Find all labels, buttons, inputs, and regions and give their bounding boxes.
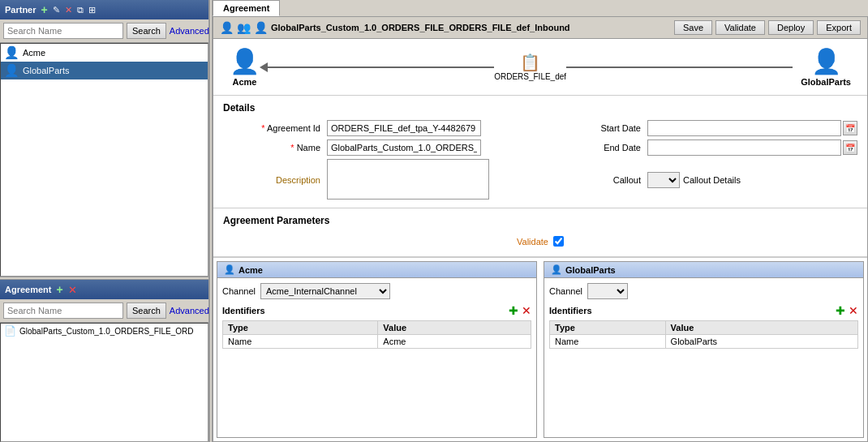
partner-add-btn[interactable]: +: [40, 2, 49, 17]
partner-delete-btn[interactable]: ✕: [63, 4, 74, 16]
flow-diagram: 👤 Acme 📋 ORDERS_FILE_def: [213, 39, 867, 96]
partner-panel-header: Partner + ✎ ✕ ⧉ ⊞: [0, 0, 208, 19]
acme-id-row[interactable]: Name Acme: [223, 335, 531, 349]
tree-item-acme[interactable]: 👤 Acme: [1, 44, 208, 62]
flow-globalparts-icon: 👤: [811, 47, 841, 75]
flow-acme-label: Acme: [233, 77, 257, 87]
start-date-btn[interactable]: 📅: [843, 121, 857, 135]
globalparts-channel-row: Channel: [549, 283, 858, 299]
globalparts-channel-select[interactable]: [587, 283, 628, 299]
details-section: Details Agreement Id Start Date 📅: [213, 96, 867, 208]
tree-item-globalparts-label: GlobalParts: [23, 66, 69, 75]
agreement-delete-btn[interactable]: ✕: [67, 283, 79, 297]
globalparts-add-identifier-btn[interactable]: ✚: [836, 304, 845, 317]
callout-select[interactable]: [647, 172, 680, 188]
name-input[interactable]: [327, 139, 481, 156]
agreement-tree-item[interactable]: 📄 GlobalParts_Custom_1.0_ORDERS_FILE_ORD: [1, 324, 208, 338]
partner-search-bar: Search Advanced: [0, 19, 208, 43]
partner-btn5[interactable]: ⊞: [87, 4, 97, 16]
validate-checkbox[interactable]: [553, 236, 564, 247]
flow-globalparts-label: GlobalParts: [801, 77, 851, 87]
details-form: Agreement Id Start Date 📅 Name: [223, 120, 857, 201]
agreement-search-btn[interactable]: Search: [127, 303, 166, 319]
agreement-person-red-icon: 👤: [220, 21, 234, 34]
tab-bar: Agreement: [213, 0, 868, 16]
agreement-title-area: 👤 👥 👤 GlobalParts_Custom_1.0_ORDERS_FILE…: [220, 21, 570, 34]
acme-panel-body: Channel Acme_InternalChannel Identifiers…: [217, 278, 536, 437]
globalparts-col-value: Value: [665, 321, 857, 335]
flow-middle: 📋 ORDERS_FILE_def: [260, 53, 801, 81]
acme-col-type: Type: [223, 321, 378, 335]
globalparts-partner-panel: 👤 GlobalParts Channel Identifiers: [544, 261, 864, 438]
validate-button[interactable]: Validate: [715, 20, 765, 35]
deploy-button[interactable]: Deploy: [768, 20, 814, 35]
arrow-row: 📋 ORDERS_FILE_def: [260, 53, 801, 81]
agreement-tree-item-label: GlobalParts_Custom_1.0_ORDERS_FILE_ORD: [19, 327, 194, 336]
params-section: Agreement Parameters Validate: [213, 208, 867, 257]
agreement-advanced-link[interactable]: Advanced: [170, 306, 209, 315]
agreement-content: 👤 👥 👤 GlobalParts_Custom_1.0_ORDERS_FILE…: [213, 16, 868, 442]
arrow-left: [260, 62, 268, 72]
description-cell: [327, 159, 537, 201]
callout-details-label: Callout Details: [683, 175, 741, 185]
partner-search-btn[interactable]: Search: [127, 23, 166, 39]
acme-channel-row: Channel Acme_InternalChannel: [222, 283, 531, 299]
acme-partner-panel: 👤 Acme Channel Acme_InternalChannel Iden…: [217, 261, 537, 438]
params-header: Agreement Parameters: [223, 215, 857, 226]
partner-tree: 👤 Acme 👤 GlobalParts: [0, 43, 208, 277]
description-textarea[interactable]: [327, 159, 489, 200]
description-label: Description: [223, 175, 320, 185]
flow-acme-icon: 👤: [230, 47, 260, 75]
agreement-search-bar: Search Advanced: [0, 299, 208, 323]
agreement-search-input[interactable]: [3, 303, 123, 319]
partner-edit-btn[interactable]: ✎: [51, 4, 62, 16]
globalparts-id-row[interactable]: Name GlobalParts: [550, 335, 858, 349]
acme-channel-select[interactable]: Acme_InternalChannel: [260, 283, 390, 299]
agreement-add-btn[interactable]: +: [54, 282, 64, 297]
agreement-tree: 📄 GlobalParts_Custom_1.0_ORDERS_FILE_ORD: [0, 323, 208, 442]
export-button[interactable]: Export: [817, 20, 861, 35]
validate-label: Validate: [517, 237, 548, 247]
tree-item-acme-label: Acme: [23, 48, 45, 58]
globalparts-panel-icon: 👤: [551, 264, 562, 275]
globalparts-id-type: Name: [550, 335, 666, 349]
globalparts-channel-label: Channel: [549, 286, 582, 296]
agreement-toolbar: 👤 👥 👤 GlobalParts_Custom_1.0_ORDERS_FILE…: [213, 17, 867, 39]
agreement-section: Agreement + ✕ Search Advanced 📄: [0, 280, 208, 442]
agreement-person-blue-icon: 👤: [254, 21, 268, 34]
arrow-line-left: [268, 67, 494, 68]
acme-add-identifier-btn[interactable]: ✚: [509, 304, 518, 317]
globalparts-id-value: GlobalParts: [665, 335, 857, 349]
globalparts-identifiers-toolbar: ✚ ✕: [836, 304, 858, 317]
partner-search-input[interactable]: [3, 23, 123, 39]
save-button[interactable]: Save: [674, 20, 712, 35]
agreement-id-input[interactable]: [327, 120, 481, 136]
agreement-id-cell: [327, 120, 537, 136]
end-date-input[interactable]: [647, 139, 841, 156]
flow-node-globalparts: 👤 GlobalParts: [801, 47, 851, 87]
start-date-input[interactable]: [647, 120, 841, 136]
person-blue-icon: 👤: [4, 63, 19, 78]
acme-panel-header: 👤 Acme: [217, 262, 536, 278]
globalparts-panel-title: GlobalParts: [565, 265, 616, 275]
globalparts-identifiers-header: Identifiers ✚ ✕: [549, 304, 858, 317]
acme-identifiers-toolbar: ✚ ✕: [509, 304, 531, 317]
partner-btn4[interactable]: ⧉: [75, 4, 85, 16]
partner-advanced-link[interactable]: Advanced: [170, 26, 209, 36]
name-label: Name: [223, 143, 320, 152]
globalparts-identifiers-table: Type Value Name GlobalParts: [549, 320, 858, 349]
file-icon: 📄: [4, 325, 16, 337]
start-date-label: Start Date: [544, 123, 641, 133]
acme-panel-title: Acme: [238, 265, 263, 275]
tree-item-globalparts[interactable]: 👤 GlobalParts: [1, 62, 208, 79]
agreement-panel-header: Agreement + ✕: [0, 280, 208, 299]
acme-identifiers-title: Identifiers: [222, 306, 265, 315]
acme-remove-identifier-btn[interactable]: ✕: [522, 304, 531, 317]
globalparts-panel-header: 👤 GlobalParts: [544, 262, 863, 278]
globalparts-panel-body: Channel Identifiers ✚ ✕: [544, 278, 863, 437]
acme-id-value: Acme: [378, 335, 531, 349]
flow-middle-label: ORDERS_FILE_def: [494, 72, 566, 81]
globalparts-remove-identifier-btn[interactable]: ✕: [849, 304, 858, 317]
end-date-btn[interactable]: 📅: [843, 140, 857, 155]
tab-agreement[interactable]: Agreement: [213, 0, 280, 16]
